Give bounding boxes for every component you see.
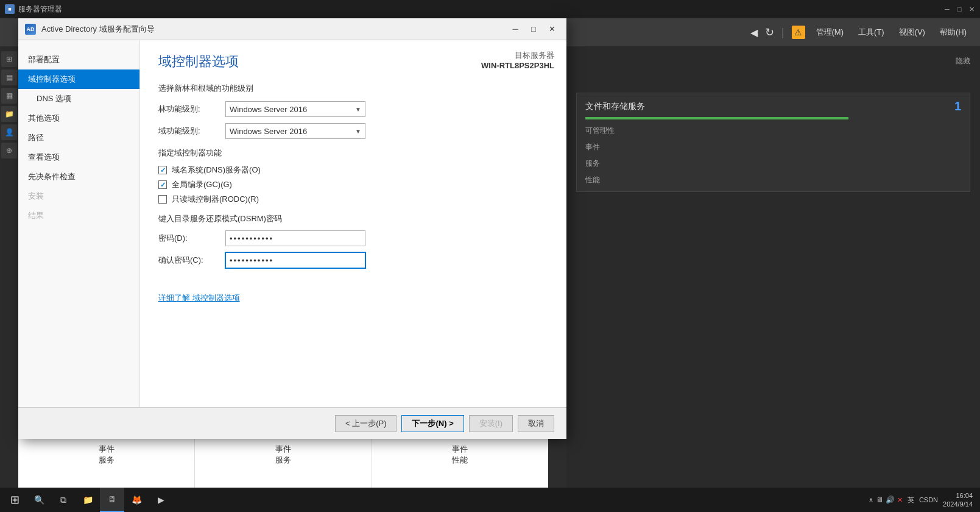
taskbar: ⊞ 🔍 ⧉ 📁 🖥 🦊 ▶ ∧ 🖥 🔊 ✕ 英 CSDN 16:04 2024/… — [0, 488, 980, 512]
manage-menu[interactable]: 管理(M) — [813, 26, 848, 39]
nav-item-other-options[interactable]: 其他选项 — [18, 108, 139, 128]
view-menu[interactable]: 视图(V) — [895, 26, 929, 39]
checkbox-dns-row: ✓ 域名系统(DNS)服务器(O) — [158, 165, 548, 176]
target-server-info: 目标服务器 WIN-RTL8PS2P3HL — [481, 50, 554, 70]
dialog-footer: < 上一步(P) 下一步(N) > 安装(I) 取消 — [18, 407, 566, 439]
nav-item-result: 结果 — [18, 206, 139, 226]
taskbar-clock: 16:04 2024/9/14 — [943, 491, 973, 509]
sm-titlebar-icon: ■ — [5, 4, 15, 14]
bg-col3-row2: 性能 — [377, 455, 543, 466]
checkbox-rodc-row: 只读域控制器(RODC)(R) — [158, 194, 548, 205]
dialog-close-btn[interactable]: ✕ — [543, 21, 560, 37]
back-button[interactable]: < 上一步(P) — [335, 415, 397, 432]
sm-close-btn[interactable]: ✕ — [968, 5, 975, 13]
nav-item-deployment[interactable]: 部署配置 — [18, 50, 139, 69]
domain-select[interactable]: Windows Server 2016 ▼ — [225, 123, 365, 139]
bg-table-col-2: 事件 服务 — [195, 439, 372, 488]
checkbox-rodc[interactable] — [158, 195, 167, 204]
tools-menu[interactable]: 工具(T) — [855, 26, 888, 39]
checkbox-gc-label: 全局编录(GC)(G) — [172, 179, 232, 190]
bg-table: 事件 服务 事件 服务 事件 性能 — [18, 439, 548, 488]
nav-item-prereq[interactable]: 先决条件检查 — [18, 167, 139, 187]
dialog-nav: 部署配置 域控制器选项 DNS 选项 其他选项 路径 查看选项 先决条件检查 安… — [18, 40, 140, 439]
bg-col1-row1: 事件 — [23, 444, 189, 455]
task-view-button[interactable]: ⧉ — [51, 488, 76, 512]
confirm-password-input[interactable] — [225, 252, 365, 268]
service-label: 服务 — [585, 158, 961, 169]
sm-minimize-btn[interactable]: ─ — [943, 5, 951, 13]
server-manager-taskbar[interactable]: 🖥 — [100, 488, 124, 512]
sm-right-panel: 隐藏 文件和存储服务 1 可管理性 事件 服务 性能 — [566, 46, 980, 488]
dialog-maximize-btn[interactable]: □ — [525, 21, 542, 37]
dialog-titlebar: AD Active Directory 域服务配置向导 ─ □ ✕ — [18, 18, 566, 40]
nav-item-paths[interactable]: 路径 — [18, 128, 139, 148]
storage-title: 文件和存储服务 — [585, 101, 645, 112]
sm-sidebar-local[interactable]: ▤ — [1, 69, 17, 85]
nav-item-dns-options[interactable]: DNS 选项 — [18, 89, 139, 108]
bg-col2-row1: 事件 — [200, 444, 366, 455]
sys-tray: ∧ 🖥 🔊 ✕ — [869, 496, 903, 504]
main-dialog: AD Active Directory 域服务配置向导 ─ □ ✕ 部署配置 域… — [18, 18, 566, 439]
cancel-button[interactable]: 取消 — [518, 415, 554, 432]
warning-icon: ⚠ — [792, 26, 805, 39]
bg-col1-row2: 服务 — [23, 455, 189, 466]
hide-button[interactable]: 隐藏 — [956, 56, 970, 66]
check-gc-icon: ✓ — [160, 181, 166, 189]
password-input[interactable] — [225, 230, 365, 246]
storage-card-header: 文件和存储服务 1 — [585, 99, 961, 113]
lang-indicator[interactable]: 英 — [908, 496, 914, 505]
forest-label: 林功能级别: — [158, 104, 225, 115]
sm-sidebar-users[interactable]: 👤 — [1, 124, 17, 140]
bg-table-col-1: 事件 服务 — [18, 439, 195, 488]
domain-label: 域功能级别: — [158, 126, 225, 137]
nav-item-review[interactable]: 查看选项 — [18, 148, 139, 167]
confirm-password-row: 确认密码(C): — [158, 252, 548, 268]
tray-volume: 🔊 — [886, 496, 895, 504]
forest-select-value: Windows Server 2016 — [230, 105, 307, 114]
dialog-minimize-btn[interactable]: ─ — [507, 21, 524, 37]
terminal-button[interactable]: ▶ — [149, 488, 173, 512]
bg-col2-row2: 服务 — [200, 455, 366, 466]
back-icon[interactable]: ◀ — [750, 27, 758, 38]
sm-sidebar-network[interactable]: ⊕ — [1, 143, 17, 158]
domain-select-arrow: ▼ — [355, 128, 361, 135]
storage-card: 文件和存储服务 1 可管理性 事件 服务 性能 — [576, 93, 970, 192]
explorer-button[interactable]: 📁 — [76, 488, 100, 512]
start-button[interactable]: ⊞ — [2, 488, 27, 512]
checkbox-gc[interactable]: ✓ — [158, 180, 167, 189]
sm-maximize-btn[interactable]: □ — [956, 5, 963, 13]
ad-icon: AD — [25, 24, 36, 35]
domain-select-value: Windows Server 2016 — [230, 127, 307, 136]
dialog-app-icon: AD — [24, 23, 37, 35]
sm-titlebar-buttons: ─ □ ✕ — [943, 5, 975, 13]
dialog-body: 部署配置 域控制器选项 DNS 选项 其他选项 路径 查看选项 先决条件检查 安… — [18, 40, 566, 439]
forest-level-row: 林功能级别: Windows Server 2016 ▼ — [158, 101, 548, 117]
help-link[interactable]: 详细了解 域控制器选项 — [158, 293, 240, 304]
section2-title: 指定域控制器功能 — [158, 148, 548, 158]
taskbar-right: ∧ 🖥 🔊 ✕ 英 CSDN 16:04 2024/9/14 — [869, 491, 978, 509]
dialog-window-buttons: ─ □ ✕ — [507, 21, 560, 37]
domain-level-row: 域功能级别: Windows Server 2016 ▼ — [158, 123, 548, 139]
firefox-button[interactable]: 🦊 — [124, 488, 149, 512]
search-button[interactable]: 🔍 — [27, 488, 51, 512]
checkbox-dns-label: 域名系统(DNS)服务器(O) — [172, 165, 261, 176]
checkbox-dns[interactable]: ✓ — [158, 166, 167, 174]
next-button[interactable]: 下一步(N) > — [401, 415, 464, 432]
sm-sidebar-file[interactable]: 📁 — [1, 106, 17, 122]
forest-select[interactable]: Windows Server 2016 ▼ — [225, 101, 365, 117]
password-row: 密码(D): — [158, 230, 548, 246]
nav-item-install: 安装 — [18, 187, 139, 206]
sm-sidebar-dashboard[interactable]: ⊞ — [1, 51, 17, 67]
sm-sidebar-all-servers[interactable]: ▦ — [1, 88, 17, 104]
help-menu[interactable]: 帮助(H) — [936, 26, 970, 39]
install-button: 安装(I) — [469, 415, 513, 432]
manageability-label: 可管理性 — [585, 126, 961, 136]
event-label: 事件 — [585, 142, 961, 152]
tray-arrow[interactable]: ∧ — [869, 496, 873, 504]
sm-titlebar-title: 服务器管理器 — [18, 4, 943, 15]
check-dns-icon: ✓ — [160, 166, 166, 174]
nav-item-dc-options[interactable]: 域控制器选项 — [18, 69, 139, 89]
refresh-icon[interactable]: ↻ — [765, 26, 774, 39]
checkbox-rodc-label: 只读域控制器(RODC)(R) — [172, 194, 259, 205]
time-display: 16:04 — [943, 491, 973, 500]
